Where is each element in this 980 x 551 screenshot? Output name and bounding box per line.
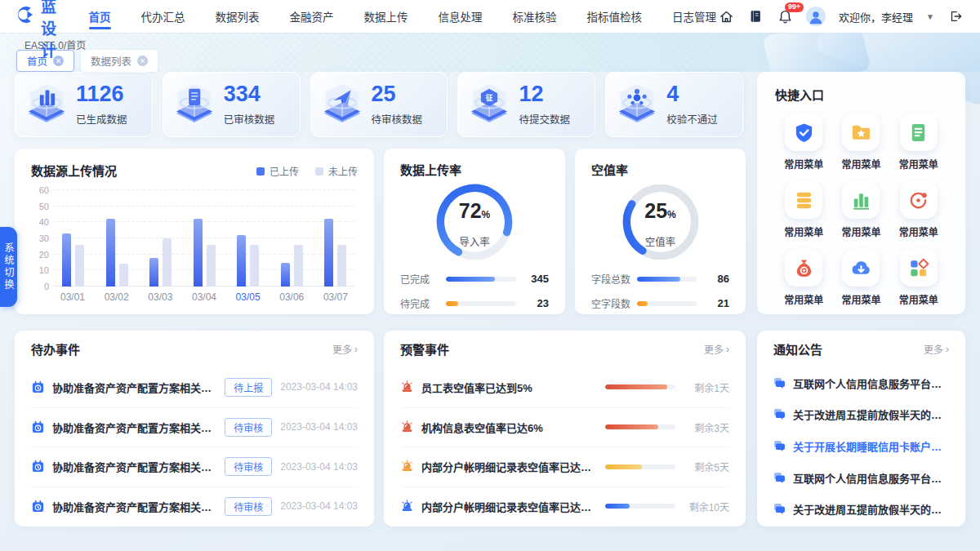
todo-item[interactable]: 协助准备资产资产配置方案相关材料配置方案待审核2023-03-04 14:03	[31, 447, 358, 487]
todo-status-badge[interactable]: 待审核	[225, 457, 272, 476]
stat-label: 已生成数据	[76, 111, 127, 127]
alert-progress-fill	[605, 464, 642, 469]
progress-row: 空字段数21	[591, 296, 729, 310]
bar-group[interactable]	[149, 190, 172, 287]
alert-more-link[interactable]: 更多›	[704, 342, 729, 356]
quick-entry-tile	[842, 249, 880, 287]
quick-entry-tile	[842, 113, 880, 151]
gauge-unit: %	[667, 209, 676, 220]
iso-dots-icon	[616, 82, 658, 127]
calendar-icon	[31, 380, 45, 394]
logout-icon[interactable]	[947, 8, 964, 24]
notice-item[interactable]: 互联网个人信用信息服务平台系统公告	[773, 462, 949, 494]
todo-status-badge[interactable]: 待审核	[225, 418, 272, 437]
notice-item[interactable]: 关于改进周五提前放假半天的安排通知	[773, 493, 949, 525]
stat-card[interactable]: 25待审核数据	[310, 72, 448, 137]
progress-fill	[446, 301, 458, 306]
quick-entry-panel: 快捷入口 常用菜单常用菜单常用菜单常用菜单常用菜单常用菜单常用菜单常用菜单常用菜…	[757, 72, 965, 314]
progress-value: 21	[705, 297, 729, 309]
manual-book-icon[interactable]	[747, 8, 764, 24]
bar-group[interactable]	[194, 190, 216, 287]
alert-item[interactable]: 内部分户帐明细记录表空值率已达到56%剩余5天	[400, 447, 729, 487]
notice-item[interactable]: 互联网个人信用信息服务平台系统公告	[773, 367, 949, 399]
nav-item-8[interactable]: 指标值检核	[586, 0, 644, 33]
notice-item[interactable]: 关于开展长期睡眠信用卡账户安全管理...	[773, 430, 949, 462]
todo-time: 2023-03-04 14:03	[280, 500, 358, 512]
nav-item-4[interactable]: 金融资产	[288, 0, 336, 33]
chevron-down-icon[interactable]: ▼	[926, 12, 934, 21]
notice-item[interactable]: 关于改进周五提前放假半天的安排通知	[773, 399, 949, 431]
stat-card[interactable]: 征12待提交数据	[457, 72, 595, 137]
bar-group[interactable]	[106, 190, 128, 287]
avatar[interactable]	[806, 7, 826, 26]
stat-card[interactable]: 334已审核数据	[163, 72, 301, 137]
alert-item[interactable]: 员工表空值率已达到5%剩余1天	[400, 367, 729, 407]
bar-group[interactable]	[281, 190, 303, 287]
nav-item-1[interactable]: 首页	[87, 0, 113, 33]
quick-entry-item[interactable]: 常用菜单	[832, 249, 889, 306]
bar-group[interactable]	[237, 190, 259, 287]
iso-plane-icon	[321, 82, 363, 127]
todo-status-badge[interactable]: 待审核	[225, 497, 272, 516]
quick-entry-item[interactable]: 常用菜单	[890, 249, 947, 306]
nav-item-6[interactable]: 信息处理	[437, 0, 484, 33]
top-navigation-bar: 蓝蓝设计 首页代办汇总数据列表金融资产数据上传信息处理标准核验指标值检核日志管理…	[0, 0, 980, 33]
sync-icon	[907, 189, 929, 211]
system-switch-tab[interactable]: 系统切换	[0, 227, 17, 307]
stat-value: 12	[519, 83, 570, 105]
todo-item[interactable]: 协助准备资产资产配置方案相关材料配置方案相关...待审核2023-03-04 1…	[31, 407, 358, 447]
document-icon	[907, 122, 929, 144]
quick-entry-item[interactable]: 常用菜单	[775, 181, 832, 238]
message-icon	[773, 408, 786, 420]
message-icon	[773, 503, 786, 515]
x-axis-label: 03/01	[54, 291, 91, 303]
welcome-user-text[interactable]: 欢迎你，李经理	[839, 9, 913, 24]
notice-more-link[interactable]: 更多›	[924, 342, 949, 356]
quick-entry-label: 常用菜单	[899, 292, 938, 306]
app-logo[interactable]: 蓝蓝设计	[16, 0, 66, 60]
quick-entry-item[interactable]: 常用菜单	[832, 113, 889, 171]
system-switch-label: 系统切换	[2, 242, 16, 291]
alert-item[interactable]: 机构信息表空值率已达6%剩余3天	[400, 407, 729, 447]
alert-remaining: 剩余10天	[684, 500, 729, 513]
main-nav: 首页代办汇总数据列表金融资产数据上传信息处理标准核验指标值检核日志管理	[87, 0, 719, 33]
bar-group[interactable]	[62, 190, 84, 287]
alert-remaining: 剩余5天	[684, 460, 729, 473]
chevron-right-icon: ›	[354, 344, 358, 355]
todo-more-link[interactable]: 更多›	[332, 342, 358, 356]
quick-entry-label: 常用菜单	[899, 157, 938, 171]
nav-item-5[interactable]: 数据上传	[363, 0, 410, 33]
todo-item[interactable]: 协助准备资产资产配置方案相关材料配置方案相关...待审核2023-03-04 1…	[31, 487, 358, 527]
quick-entry-item[interactable]: 常用菜单	[775, 249, 832, 306]
nav-item-9[interactable]: 日志管理	[670, 0, 718, 33]
todo-status-badge[interactable]: 待上报	[225, 378, 272, 397]
stat-card[interactable]: 4校验不通过	[605, 72, 743, 137]
page-tab-2[interactable]: 数据列表✕	[81, 50, 158, 72]
quick-entry-label: 常用菜单	[784, 224, 823, 238]
quick-entry-item[interactable]: 常用菜单	[890, 113, 947, 171]
quick-entry-item[interactable]: 常用菜单	[832, 181, 889, 238]
alert-text: 机构信息表空值率已达6%	[421, 420, 597, 435]
quick-entry-item[interactable]: 常用菜单	[890, 181, 947, 238]
nav-item-2[interactable]: 代办汇总	[140, 0, 187, 33]
alert-item[interactable]: 内部分户帐明细记录表空值率已达到56%剩余10天	[400, 487, 729, 527]
notifications-bell-icon[interactable]: 99+	[777, 8, 793, 24]
todo-item[interactable]: 协助准备资产资产配置方案相关材料配置方案待上报2023-03-04 14:03	[31, 367, 358, 407]
siren-icon	[400, 500, 414, 513]
bar-not-uploaded	[119, 264, 128, 287]
close-icon[interactable]: ✕	[137, 56, 148, 66]
alert-text: 内部分户帐明细记录表空值率已达到56%	[421, 499, 597, 514]
nav-item-7[interactable]: 标准核验	[511, 0, 559, 33]
bar-group[interactable]	[324, 190, 346, 287]
home-icon[interactable]	[718, 8, 734, 24]
upload-rate-panel: 数据上传率 72% 导入率 已完成345待完成23	[384, 149, 565, 314]
nav-item-3[interactable]: 数据列表	[214, 0, 261, 33]
apps-icon	[907, 257, 929, 279]
alert-progress-track	[605, 504, 675, 509]
progress-value: 86	[705, 273, 729, 285]
progress-row: 已完成345	[400, 272, 549, 286]
stat-card[interactable]: 1126已生成数据	[15, 72, 153, 137]
quick-entry-item[interactable]: 常用菜单	[775, 113, 832, 171]
x-axis-label: 03/05	[229, 291, 267, 303]
stat-text: 1126已生成数据	[76, 83, 127, 127]
